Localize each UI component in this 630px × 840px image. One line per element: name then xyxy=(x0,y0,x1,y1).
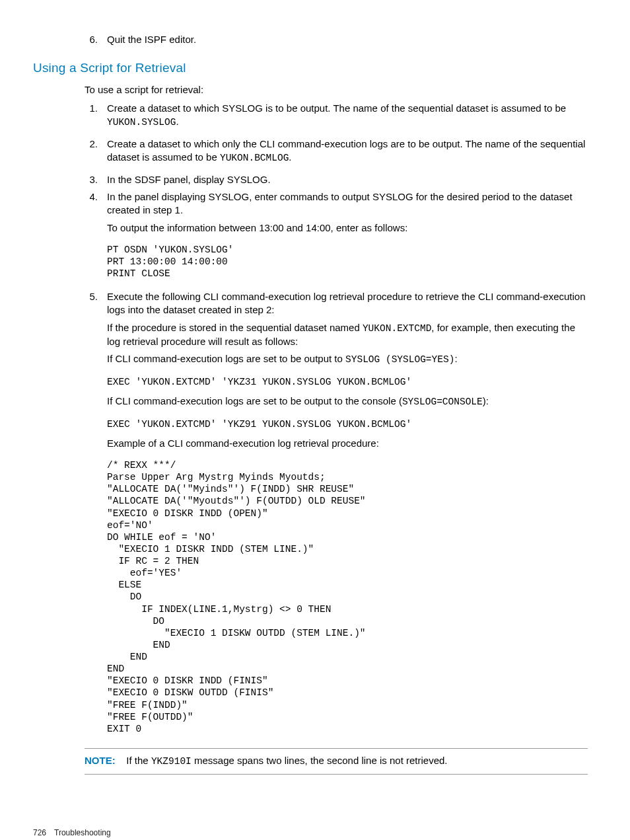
code-inline: YKZ910I xyxy=(151,756,192,767)
text: . xyxy=(289,151,291,163)
step-number: 5. xyxy=(33,290,107,742)
text: If CLI command-execution logs are set to… xyxy=(107,353,345,364)
step-text: Create a dataset to which SYSLOG is to b… xyxy=(107,102,588,134)
code-block: /* REXX ***/ Parse Upper Arg Mystrg Myin… xyxy=(107,459,588,735)
step-text: In the panel displaying SYSLOG, enter co… xyxy=(107,190,588,286)
text: If the procedure is stored in the sequen… xyxy=(107,322,363,333)
page-number: 726 xyxy=(33,828,46,837)
step-number: 1. xyxy=(33,102,107,134)
code-block: EXEC 'YUKON.EXTCMD' 'YKZ31 YUKON.SYSLOG … xyxy=(107,376,588,388)
list-item: 2. Create a dataset to which only the CL… xyxy=(33,137,588,169)
text: Create a dataset to which SYSLOG is to b… xyxy=(107,102,566,114)
intro-text: To use a script for retrieval: xyxy=(33,83,588,96)
list-item: 6. Quit the ISPF editor. xyxy=(33,33,588,46)
step-number: 3. xyxy=(33,173,107,186)
step-text: In the SDSF panel, display SYSLOG. xyxy=(107,173,588,186)
list-item: 3. In the SDSF panel, display SYSLOG. xyxy=(33,173,588,186)
step-number: 4. xyxy=(33,190,107,286)
text: In the panel displaying SYSLOG, enter co… xyxy=(107,190,588,217)
code-inline: YUKON.EXTCMD xyxy=(363,323,431,334)
code-block: EXEC 'YUKON.EXTCMD' 'YKZ91 YUKON.SYSLOG … xyxy=(107,418,588,430)
text: ): xyxy=(483,395,489,406)
code-inline: SYSLOG=CONSOLE xyxy=(402,397,483,407)
footer-section: Troubleshooting xyxy=(54,828,111,837)
page-content: 6. Quit the ISPF editor. Using a Script … xyxy=(33,33,588,838)
list-item: 4. In the panel displaying SYSLOG, enter… xyxy=(33,190,588,286)
list-item: 5. Execute the following CLI command-exe… xyxy=(33,290,588,742)
text: message spans two lines, the second line… xyxy=(192,755,448,766)
list-item: 1. Create a dataset to which SYSLOG is t… xyxy=(33,102,588,134)
code-block: PT OSDN 'YUKON.SYSLOG' PRT 13:00:00 14:0… xyxy=(107,244,588,280)
note-label: NOTE: xyxy=(85,755,116,766)
text: Example of a CLI command-execution log r… xyxy=(107,437,588,450)
code-inline: SYSLOG (SYSLOG=YES) xyxy=(345,354,454,365)
text: Create a dataset to which only the CLI c… xyxy=(107,138,585,163)
step-number: 6. xyxy=(33,33,107,46)
text: Execute the following CLI command-execut… xyxy=(107,290,588,317)
step-text: Create a dataset to which only the CLI c… xyxy=(107,137,588,169)
step-number: 2. xyxy=(33,137,107,169)
code-inline: YUKON.BCMLOG xyxy=(220,153,289,163)
text: . xyxy=(176,116,178,127)
text: To output the information between 13:00 … xyxy=(107,221,588,235)
text: If CLI command-execution logs are set to… xyxy=(107,395,402,406)
page-footer: 726Troubleshooting xyxy=(33,827,588,838)
text: : xyxy=(454,353,457,364)
step-text: Quit the ISPF editor. xyxy=(107,33,588,46)
step-text: Execute the following CLI command-execut… xyxy=(107,290,588,742)
text: If the xyxy=(126,755,151,766)
code-inline: YUKON.SYSLOG xyxy=(107,117,176,128)
note-callout: NOTE: If the YKZ910I message spans two l… xyxy=(85,748,588,775)
section-heading: Using a Script for Retrieval xyxy=(33,59,588,77)
